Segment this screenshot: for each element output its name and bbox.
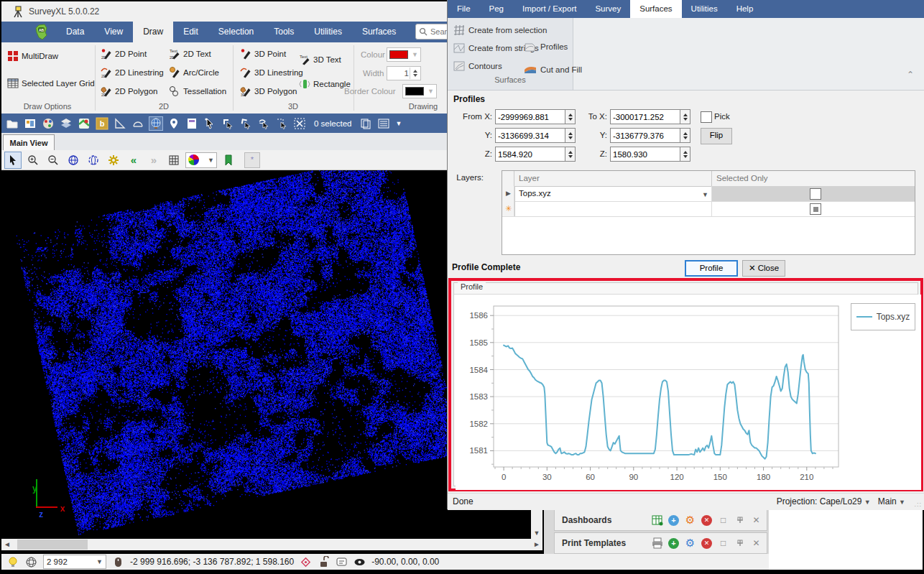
add-dashboard-icon[interactable]: +	[667, 514, 680, 527]
contours-button[interactable]: Contours	[453, 59, 502, 73]
scroll-right-arrow[interactable]: ►	[531, 539, 542, 550]
print-templates-panel-header[interactable]: Print Templates + ⚙ ✕ □ ✕	[554, 532, 767, 554]
point-count-combo[interactable]: 2 992▼	[43, 555, 106, 569]
from-z-input[interactable]	[495, 147, 565, 162]
palette-icon[interactable]	[42, 117, 55, 130]
from-x-input[interactable]	[495, 109, 565, 124]
to-z-input[interactable]	[610, 147, 680, 162]
flip-button[interactable]: Flip	[701, 128, 732, 144]
snap-diamond-icon[interactable]	[300, 556, 312, 568]
select-cursor-icon[interactable]	[203, 117, 216, 130]
zoom-extents-button[interactable]	[65, 152, 82, 169]
pick-checkbox[interactable]	[701, 111, 712, 123]
multidraw-button[interactable]: MultiDraw	[7, 48, 58, 64]
tab-data[interactable]: Data	[56, 22, 94, 42]
pin-panel-icon[interactable]	[734, 514, 746, 527]
2d-polygon-button[interactable]: 2D2D Polygon	[101, 83, 157, 99]
protractor-icon[interactable]	[131, 117, 144, 130]
scrollbar-thumb[interactable]	[17, 540, 88, 550]
zoom-out-button[interactable]	[45, 152, 62, 169]
pointer-tool-button[interactable]	[4, 152, 22, 169]
grid-toggle-button[interactable]	[165, 152, 183, 169]
maximize-panel-icon[interactable]: □	[717, 514, 729, 527]
layer-row-tops[interactable]: ▶ Tops.xyz ▼	[502, 186, 915, 202]
tab-tools[interactable]: Tools	[264, 22, 304, 42]
new-view-tab[interactable]: *	[244, 152, 260, 168]
layer-colour-combo[interactable]: ▼	[185, 152, 217, 168]
tab-draw[interactable]: Draw	[133, 22, 173, 42]
to-x-input[interactable]	[610, 109, 680, 124]
tab-main-view[interactable]: Main View	[3, 134, 55, 151]
pin-panel-icon[interactable]	[734, 537, 746, 550]
dashboards-panel-header[interactable]: Dashboards + ⚙ ✕ □ ✕	[554, 509, 767, 531]
selection-pages-icon[interactable]	[359, 117, 372, 130]
tab-edit[interactable]: Edit	[173, 22, 208, 42]
selected-only-checkbox[interactable]	[810, 188, 821, 200]
create-from-selection-button[interactable]: Create from selection	[453, 23, 547, 37]
menu-utilities[interactable]: Utilities	[682, 0, 727, 18]
image-manager-icon[interactable]	[24, 117, 37, 130]
template-settings-icon[interactable]: ⚙	[684, 537, 696, 550]
to-x-spinner[interactable]	[680, 109, 690, 124]
bookmark-button[interactable]	[220, 152, 237, 169]
from-y-input[interactable]	[495, 128, 565, 143]
set-square-icon[interactable]	[114, 117, 126, 130]
dashboard-grid-icon[interactable]	[651, 514, 663, 527]
toolbar-overflow-chevron[interactable]: ▼	[395, 120, 402, 127]
rectangle-button[interactable]: Rectangle	[299, 76, 351, 92]
profiles-button[interactable]: Profiles	[524, 40, 568, 54]
select-poly-add-icon[interactable]	[239, 117, 252, 130]
globe-3d-icon[interactable]	[149, 117, 162, 130]
menu-peg[interactable]: Peg	[480, 0, 513, 18]
2d-text-button[interactable]: Text2D2D Text	[169, 46, 211, 62]
menu-file[interactable]: File	[448, 0, 480, 18]
to-z-spinner[interactable]	[680, 147, 690, 162]
maximize-panel-icon[interactable]: □	[717, 537, 729, 550]
app-menu-icon[interactable]: AB	[33, 24, 50, 40]
location-pin-icon[interactable]	[167, 117, 180, 130]
border-colour-dropdown[interactable]: ▼	[402, 84, 437, 98]
new-row-checkbox[interactable]	[810, 203, 821, 215]
layer-row-new[interactable]: ✳	[502, 201, 915, 217]
selection-list-icon[interactable]	[377, 117, 390, 130]
cut-and-fill-button[interactable]: Cut and Fill	[524, 63, 582, 77]
arc-circle-button[interactable]: Arc/Circle	[169, 65, 219, 80]
map-icon[interactable]	[78, 117, 91, 130]
3d-text-button[interactable]: Text3D Text	[299, 52, 341, 68]
close-panel-icon[interactable]: ✕	[750, 514, 762, 527]
lock-open-icon[interactable]	[318, 556, 330, 568]
menu-import-export[interactable]: Import / Export	[513, 0, 586, 18]
2d-linestring-button[interactable]: 2D2D Linestring	[101, 65, 164, 80]
tessellation-button[interactable]: Tessellation	[169, 83, 226, 99]
close-panel-icon[interactable]: ✕	[750, 537, 762, 550]
layer-dropdown-chevron[interactable]: ▼	[702, 191, 708, 198]
tab-selection[interactable]: Selection	[208, 22, 264, 42]
width-stepper[interactable]: 1	[387, 66, 421, 80]
page-view-icon[interactable]	[185, 117, 198, 130]
width-spinner[interactable]	[410, 68, 420, 79]
previous-view-button[interactable]: «	[125, 152, 142, 169]
add-template-icon[interactable]: +	[667, 537, 680, 550]
remove-template-icon[interactable]: ✕	[701, 537, 713, 550]
viewport-horizontal-scrollbar[interactable]: ◄ ►	[1, 539, 542, 550]
b-logo-icon[interactable]: b	[96, 117, 108, 130]
select-rect-add-icon[interactable]	[221, 117, 234, 130]
view-selector[interactable]: Main	[878, 496, 897, 506]
next-view-button[interactable]: »	[145, 152, 162, 169]
layer-name-cell[interactable]: Tops.xyz	[519, 186, 551, 201]
projection-selector[interactable]: Projection: Cape/Lo29	[777, 496, 862, 506]
profile-button[interactable]: Profile	[685, 260, 738, 277]
to-y-spinner[interactable]	[680, 128, 690, 143]
layers-icon[interactable]	[60, 117, 73, 130]
selected-only-cell[interactable]	[712, 186, 915, 201]
resize-grip[interactable]: .::	[914, 501, 922, 508]
3d-linestring-button[interactable]: 3D Linestring	[240, 65, 303, 80]
remove-dashboard-icon[interactable]: ✕	[701, 514, 713, 527]
dashboard-settings-icon[interactable]: ⚙	[684, 514, 696, 527]
3d-point-button[interactable]: 3D Point	[240, 46, 286, 62]
collapse-ribbon-chevron[interactable]: ⌃	[907, 70, 914, 80]
clear-selection-icon[interactable]	[293, 117, 306, 130]
notes-icon[interactable]	[336, 556, 348, 568]
select-deselect-icon[interactable]	[275, 117, 288, 130]
snap-sphere-icon[interactable]	[25, 556, 37, 568]
